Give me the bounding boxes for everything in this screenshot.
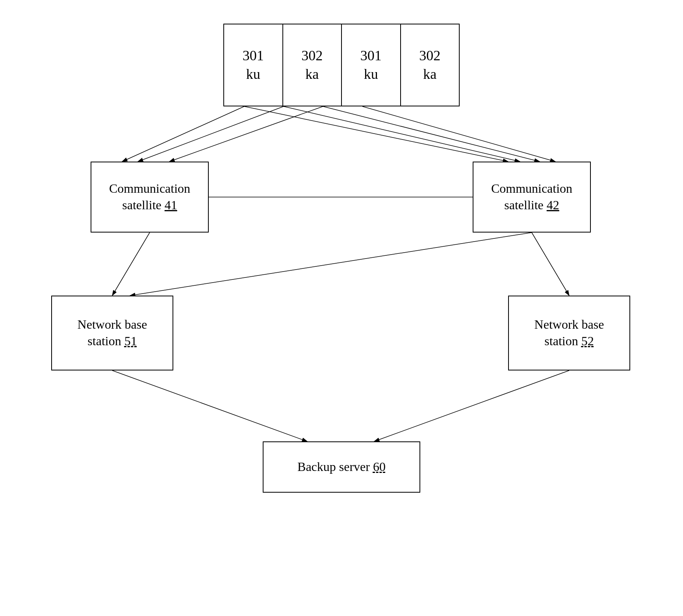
svg-line-1 [122,106,244,162]
svg-line-7 [362,106,555,162]
cell-301ku-2-text: 301ku [360,47,382,84]
svg-line-5 [284,106,520,162]
cell-302ka: 302ka [283,24,342,106]
svg-line-9 [112,233,150,296]
svg-line-6 [323,106,540,162]
sat41-label: Communicationsatellite 41 [109,181,190,213]
nbs51-node: Network basestation 51 [51,296,173,370]
top-box: 301ku 302ka 301ku 302ka [223,24,460,106]
sat42-label: Communicationsatellite 42 [491,181,572,213]
cell-301ku-2: 301ku [342,24,401,106]
sat41-node: Communicationsatellite 41 [91,162,209,233]
cell-302ka-2-text: 302ka [419,47,440,84]
backup60-label: Backup server 60 [297,459,386,475]
cell-301ku-text: 301ku [243,47,264,84]
svg-line-2 [138,106,284,162]
diagram-container: 301ku 302ka 301ku 302ka Communicationsat… [0,0,683,616]
svg-line-12 [112,370,307,441]
cell-301ku: 301ku [224,24,283,106]
svg-line-4 [244,106,508,162]
sat42-node: Communicationsatellite 42 [473,162,591,233]
svg-line-11 [130,233,532,296]
backup60-node: Backup server 60 [263,441,420,493]
cell-302ka-2: 302ka [401,24,459,106]
svg-line-13 [374,370,569,441]
nbs52-node: Network basestation 52 [508,296,630,370]
nbs52-label: Network basestation 52 [535,316,604,349]
svg-line-10 [532,233,569,296]
nbs51-label: Network basestation 51 [78,316,147,349]
cell-302ka-text: 302ka [301,47,323,84]
svg-line-3 [169,106,323,162]
